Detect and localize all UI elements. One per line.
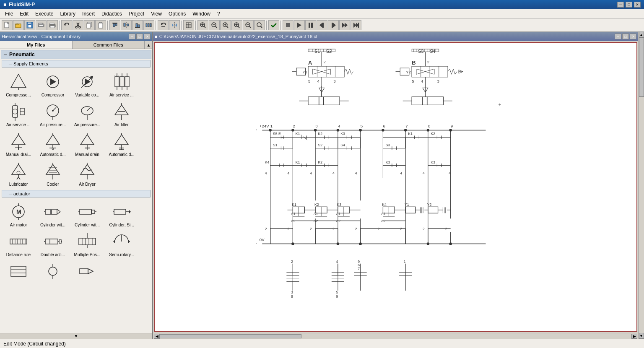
tab-common-files[interactable]: Common Files (73, 41, 145, 49)
menu-help[interactable]: ? (214, 10, 223, 18)
tab-my-files[interactable]: My Files (0, 41, 73, 49)
comp-air-dryer[interactable]: Air Dryer (70, 159, 104, 188)
comp-air-service1[interactable]: ┄ ┄ ┄ Air service ... (105, 70, 138, 99)
save-button[interactable] (24, 20, 35, 30)
maximize-button[interactable]: □ (626, 2, 632, 8)
align-bottom-button[interactable] (132, 20, 143, 30)
comp-distance-rule[interactable]: Distance rule (2, 229, 35, 258)
comp-air-service2[interactable]: Air service ... (2, 99, 35, 128)
canvas-close-button[interactable]: ✕ (630, 34, 636, 39)
table-button[interactable] (183, 20, 194, 30)
comp-air-pressure2[interactable]: Air pressure... (70, 99, 104, 128)
scroll-thumb-v[interactable] (639, 38, 644, 97)
print-button[interactable] (47, 20, 58, 30)
menu-library[interactable]: Library (57, 10, 79, 18)
library-maximize-button[interactable]: □ (136, 34, 143, 39)
comp-cylinder3-icon (111, 201, 132, 223)
comp-variable-co[interactable]: Variable co... (70, 70, 104, 99)
library-scroll-down-btn[interactable]: ▼ (0, 333, 152, 339)
menu-project[interactable]: Project (125, 10, 148, 18)
comp-manual-drain1-label: Manual drai... (6, 152, 31, 157)
menu-execute[interactable]: Execute (32, 10, 57, 18)
menu-didactics[interactable]: Didactics (98, 10, 125, 18)
comp-lubricator[interactable]: Lubricator (2, 159, 35, 188)
comp-cylinder1[interactable]: Cylinder wit... (36, 200, 70, 229)
scroll-up-button[interactable]: ▲ (639, 32, 644, 38)
new-button[interactable] (2, 20, 13, 30)
comp-misc1[interactable] (2, 259, 35, 283)
library-close-button[interactable]: ✕ (144, 34, 151, 39)
comp-air-filter[interactable]: Air filter (105, 99, 138, 128)
stop-button[interactable] (283, 20, 293, 30)
play-button[interactable] (294, 20, 305, 30)
comp-multiple-pos-icon (76, 231, 98, 252)
comp-double-acting[interactable]: Double acti... (36, 229, 70, 258)
comp-automatic-drain1[interactable]: Automatic d... (36, 129, 70, 158)
open-button[interactable] (13, 20, 24, 30)
zoom-in2-btn[interactable] (231, 20, 242, 30)
comp-compressor2[interactable]: Compressor (36, 70, 70, 99)
menu-insert[interactable]: Insert (79, 10, 98, 18)
align-center-button[interactable] (121, 20, 132, 30)
comp-automatic-drain2[interactable]: Automatic d... (105, 129, 138, 158)
comp-semi-rotary[interactable]: Semi-rotary... (105, 229, 138, 258)
step-fwd-button[interactable] (328, 20, 339, 30)
scroll-track-h[interactable] (160, 334, 631, 338)
comp-manual-drain1[interactable]: Manual drai... (2, 129, 35, 158)
rotate-button[interactable] (158, 20, 169, 30)
close-button[interactable]: ✕ (634, 2, 641, 8)
align-top-button[interactable] (109, 20, 120, 30)
zoom-reset-btn[interactable] (254, 20, 265, 30)
library-scroll-up[interactable]: ▲ (145, 41, 152, 49)
sub-category-supply-elements[interactable]: ─ Supply Elements (2, 60, 151, 68)
fast-fwd2-button[interactable] (351, 20, 361, 30)
canvas-maximize-button[interactable]: □ (622, 34, 629, 39)
comp-cylinder2[interactable]: Cylinder wit... (70, 200, 104, 229)
comp-cylinder3[interactable]: Cylinder, Si... (105, 200, 138, 229)
distribute-button[interactable] (143, 20, 154, 30)
library-minimize-button[interactable]: ─ (129, 34, 135, 39)
mirror-button[interactable] (169, 20, 180, 30)
comp-misc3[interactable] (70, 259, 104, 283)
zoom-in-btn[interactable] (220, 20, 231, 30)
comp-air-service2-label: Air service ... (6, 122, 31, 127)
scroll-track-v[interactable] (639, 38, 644, 333)
zoom-out-btn[interactable] (209, 20, 220, 30)
check-button[interactable] (268, 20, 279, 30)
undo-button[interactable] (61, 20, 72, 30)
print-preview-button[interactable] (36, 20, 47, 30)
minimize-button[interactable]: ─ (617, 2, 624, 8)
horizontal-scrollbar[interactable]: ◀ ▶ (154, 333, 637, 339)
circuit-canvas[interactable]: S1 S2 A (154, 42, 637, 332)
menu-edit[interactable]: Edit (16, 10, 32, 18)
menu-file[interactable]: File (2, 10, 16, 18)
scroll-thumb-h[interactable] (160, 334, 301, 338)
comp-multiple-pos[interactable]: Multiple Pos... (70, 229, 104, 258)
fast-fwd-button[interactable] (339, 20, 350, 30)
pause-button[interactable] (305, 20, 316, 30)
scroll-right-button[interactable]: ▶ (631, 334, 637, 339)
sub-category-actuator[interactable]: ─ actuator (2, 190, 151, 197)
comp-air-motor[interactable]: M Air motor (2, 200, 35, 229)
zoom-fit-button[interactable] (197, 20, 208, 30)
canvas-minimize-button[interactable]: ─ (615, 34, 621, 39)
cut-button[interactable] (73, 20, 83, 30)
vertical-scrollbar[interactable]: ▲ ▼ (638, 32, 644, 339)
menu-window[interactable]: Window (189, 10, 214, 18)
comp-misc2[interactable] (36, 259, 70, 283)
comp-manual-drain2[interactable]: Manual drain (70, 129, 104, 158)
zoom-out2-btn[interactable] (243, 20, 254, 30)
scroll-down-button[interactable]: ▼ (639, 333, 644, 339)
scroll-left-button[interactable]: ◀ (154, 334, 160, 339)
library-scroll-area[interactable]: ─ Pneumatic ─ Supply Elements (0, 49, 152, 333)
comp-cooler[interactable]: Cooler (36, 159, 70, 188)
comp-compressor1[interactable]: Compresse... (2, 70, 35, 99)
menu-view[interactable]: View (148, 10, 165, 18)
step-back-button[interactable] (317, 20, 327, 30)
category-pneumatic[interactable]: ─ Pneumatic (1, 50, 151, 59)
paste-button[interactable] (95, 20, 106, 30)
comp-air-pressure1[interactable]: Air pressure... (36, 99, 70, 128)
copy-button[interactable] (84, 20, 95, 30)
menu-options[interactable]: Options (165, 10, 189, 18)
svg-text:2: 2 (355, 227, 357, 231)
